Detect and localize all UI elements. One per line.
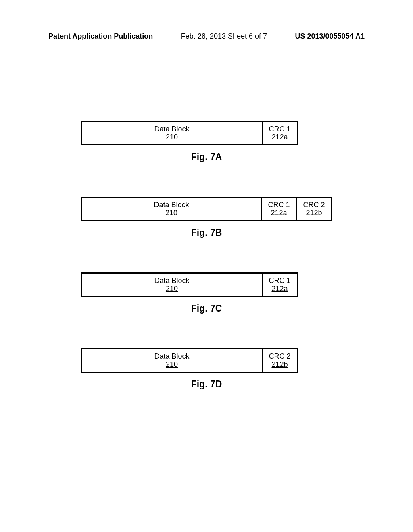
diagram-7b-row: Data Block 210 CRC 1 212a CRC 2 212b (81, 197, 332, 221)
crc2-ref: 212b (306, 209, 322, 217)
crc1-label: CRC 1 (269, 277, 290, 285)
diagram-7c-row: Data Block 210 CRC 1 212a (81, 272, 298, 297)
figure-7c: Data Block 210 CRC 1 212a Fig. 7C (81, 272, 332, 314)
page-header: Patent Application Publication Feb. 28, … (0, 32, 413, 41)
crc1-label: CRC 1 (269, 125, 290, 133)
data-block-label: Data Block (154, 353, 189, 361)
data-block-ref: 210 (166, 361, 178, 369)
crc1-cell: CRC 1 212a (263, 122, 297, 144)
crc1-ref: 212a (271, 285, 288, 293)
data-block-ref: 210 (166, 133, 178, 141)
crc2-cell: CRC 2 212b (297, 198, 331, 220)
figures-content: Data Block 210 CRC 1 212a Fig. 7A Data B… (0, 121, 413, 424)
figure-7a-label: Fig. 7A (81, 152, 332, 162)
diagram-7a-row: Data Block 210 CRC 1 212a (81, 121, 298, 145)
crc2-ref: 212b (271, 361, 288, 369)
data-block-label: Data Block (154, 201, 189, 209)
crc2-cell: CRC 2 212b (263, 349, 297, 372)
data-block-ref: 210 (165, 209, 177, 217)
figure-7d-label: Fig. 7D (81, 379, 332, 390)
data-block-label: Data Block (154, 277, 189, 285)
figure-7d: Data Block 210 CRC 2 212b Fig. 7D (81, 348, 332, 390)
figure-7a: Data Block 210 CRC 1 212a Fig. 7A (81, 121, 332, 162)
data-block-ref: 210 (166, 285, 178, 293)
header-publication-number: US 2013/0055054 A1 (295, 32, 365, 41)
crc1-label: CRC 1 (268, 201, 290, 209)
crc1-cell: CRC 1 212a (263, 274, 297, 296)
data-block-cell: Data Block 210 (82, 198, 262, 220)
crc2-label: CRC 2 (269, 353, 290, 361)
crc1-ref: 212a (271, 209, 287, 217)
figure-7c-label: Fig. 7C (81, 303, 332, 314)
figure-7b-label: Fig. 7B (81, 227, 332, 238)
crc1-cell: CRC 1 212a (262, 198, 297, 220)
data-block-cell: Data Block 210 (82, 349, 263, 372)
crc2-label: CRC 2 (303, 201, 325, 209)
header-publication-type: Patent Application Publication (48, 32, 153, 41)
header-date-sheet: Feb. 28, 2013 Sheet 6 of 7 (181, 32, 267, 41)
figure-7b: Data Block 210 CRC 1 212a CRC 2 212b Fig… (81, 197, 332, 238)
data-block-cell: Data Block 210 (82, 274, 263, 296)
diagram-7d-row: Data Block 210 CRC 2 212b (81, 348, 298, 373)
data-block-label: Data Block (154, 125, 189, 133)
crc1-ref: 212a (271, 133, 288, 141)
data-block-cell: Data Block 210 (82, 122, 263, 144)
